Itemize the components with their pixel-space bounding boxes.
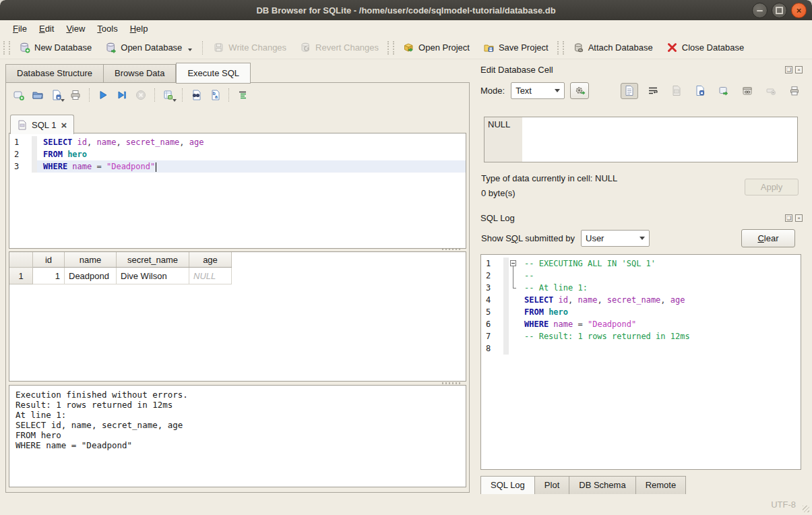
splitter-handle[interactable] (442, 382, 461, 384)
print-icon (69, 89, 82, 101)
close-database-button[interactable]: Close Database (660, 39, 751, 56)
sql-log-view[interactable]: 1-- EXECUTING ALL IN 'SQL 1'2--3-- At li… (480, 254, 801, 470)
text-mode-button[interactable] (621, 83, 638, 99)
toolbar-separator (89, 88, 90, 102)
code-line[interactable]: 1-- EXECUTING ALL IN 'SQL 1' (481, 258, 801, 270)
menu-tools[interactable]: Tools (91, 22, 123, 35)
print-sql-button[interactable] (67, 87, 84, 103)
result-cell[interactable]: NULL (189, 268, 232, 284)
save-as-button[interactable] (691, 83, 709, 99)
tab-database-structure[interactable]: Database Structure (5, 64, 104, 83)
word-wrap-button[interactable] (644, 83, 662, 99)
open-sql-file-button[interactable] (29, 87, 46, 103)
toolbar-grip[interactable] (3, 41, 10, 55)
results-grid[interactable]: idnamesecret_nameage11DeadpondDive Wilso… (9, 251, 466, 382)
results-table: idnamesecret_nameage11DeadpondDive Wilso… (9, 252, 232, 284)
float-dock-icon[interactable]: ❏ (785, 214, 792, 222)
title-bar[interactable]: DB Browser for SQLite - /home/user/code/… (0, 0, 812, 20)
column-header-secret_name[interactable]: secret_name (117, 252, 189, 268)
toolbar-grip[interactable] (387, 41, 394, 55)
export-cell-button[interactable] (715, 83, 732, 99)
code-line[interactable]: 8 (481, 342, 801, 355)
open-project-icon (403, 42, 414, 53)
tab-db-schema[interactable]: DB Schema (569, 476, 635, 495)
menu-file[interactable]: File (7, 22, 33, 35)
find-button[interactable] (187, 87, 205, 103)
save-sql-file-button[interactable] (48, 87, 65, 103)
edit-cell-dock-header: Edit Database Cell ❏ × (480, 62, 803, 77)
close-icon: × (797, 6, 802, 15)
close-button[interactable]: × (791, 3, 807, 18)
sql-editor[interactable]: 1SELECT id, name, secret_name, age2FROM … (9, 133, 466, 249)
new-sql-tab-button[interactable] (10, 87, 28, 103)
tab-browse-data[interactable]: Browse Data (104, 64, 176, 83)
menu-help[interactable]: Help (124, 22, 154, 35)
open-database-dropdown-caret[interactable] (188, 49, 192, 51)
code-line[interactable]: 3-- At line 1: (481, 282, 801, 294)
find-replace-button[interactable]: ba (206, 87, 224, 103)
new-database-button[interactable]: New Database (12, 39, 98, 56)
close-dock-icon[interactable]: × (795, 214, 803, 222)
mode-select[interactable]: Text (511, 82, 565, 99)
execution-status-box[interactable]: Execution finished without errors. Resul… (9, 385, 466, 487)
toolbar-grip[interactable] (557, 41, 564, 55)
code-line[interactable]: 3WHERE name = "Deadpond" (9, 160, 466, 173)
open-database-button[interactable]: Open Database (98, 39, 199, 56)
menu-edit[interactable]: Edit (33, 22, 60, 35)
cell-editor[interactable]: NULL (484, 117, 798, 162)
execute-all-button[interactable] (94, 87, 112, 103)
tab-execute-sql[interactable]: Execute SQL (176, 63, 251, 84)
float-dock-icon[interactable]: ❏ (785, 66, 792, 73)
resize-grip[interactable] (803, 506, 809, 512)
auto-apply-button[interactable] (570, 82, 589, 99)
print-cell-button[interactable] (786, 83, 803, 99)
attach-database-button[interactable]: Attach Database (566, 39, 660, 56)
execute-current-line-button[interactable] (113, 87, 131, 103)
sql-editor-tab[interactable]: SQL 1 × (10, 115, 74, 134)
close-dock-icon[interactable]: × (795, 66, 803, 73)
menu-view[interactable]: View (60, 22, 91, 35)
format-sql-button[interactable] (234, 87, 251, 103)
import-file-icon (671, 85, 682, 96)
sql-file-icon (18, 120, 27, 130)
tab-remote[interactable]: Remote (636, 476, 687, 495)
export-results-dropdown-caret[interactable] (173, 99, 177, 102)
tab-plot[interactable]: Plot (535, 476, 569, 495)
grid-corner[interactable] (9, 252, 33, 268)
word-wrap-icon (648, 86, 658, 96)
toolbar-separator (202, 41, 203, 55)
save-file-dropdown-caret[interactable] (61, 99, 65, 102)
save-project-button[interactable]: Save Project (476, 39, 555, 56)
export-results-button[interactable] (160, 87, 177, 103)
column-header-age[interactable]: age (189, 252, 232, 268)
maximize-button[interactable] (772, 3, 787, 18)
code-line[interactable]: 6WHERE name = "Deadpond" (481, 318, 801, 330)
clear-log-button[interactable]: Clear (741, 229, 795, 247)
result-cell[interactable]: Dive Wilson (117, 268, 189, 284)
show-sql-label: Show SQL submitted by (481, 233, 575, 243)
result-cell[interactable]: 1 (33, 268, 65, 284)
toolbar-separator (228, 88, 229, 102)
code-line[interactable]: 4SELECT id, name, secret_name, age (481, 294, 801, 306)
code-line[interactable]: 7-- Result: 1 rows returned in 12ms (481, 330, 801, 342)
cell-editor-area[interactable] (522, 117, 797, 162)
code-line[interactable]: 5FROM hero (481, 306, 801, 318)
sql-log-filter-select[interactable]: User (581, 230, 650, 247)
row-header[interactable]: 1 (9, 268, 33, 284)
column-header-name[interactable]: name (65, 252, 117, 268)
open-project-button[interactable]: Open Project (396, 39, 476, 56)
code-line[interactable]: 2-- (481, 270, 801, 282)
tab-sql-log[interactable]: SQL Log (480, 476, 535, 495)
open-external-button[interactable] (739, 83, 756, 99)
close-tab-icon[interactable]: × (61, 120, 67, 130)
export-icon (718, 86, 729, 96)
result-cell[interactable]: Deadpond (65, 268, 117, 284)
sql-editor-tab-label: SQL 1 (32, 120, 56, 130)
minimize-button[interactable] (752, 3, 768, 18)
column-header-id[interactable]: id (33, 252, 65, 268)
main-area: Database Structure Browse Data Execute S… (0, 59, 812, 494)
open-file-icon (32, 89, 44, 101)
code-line[interactable]: 2FROM hero (9, 148, 466, 160)
text-mode-icon (624, 85, 635, 96)
code-line[interactable]: 1SELECT id, name, secret_name, age (9, 136, 466, 148)
